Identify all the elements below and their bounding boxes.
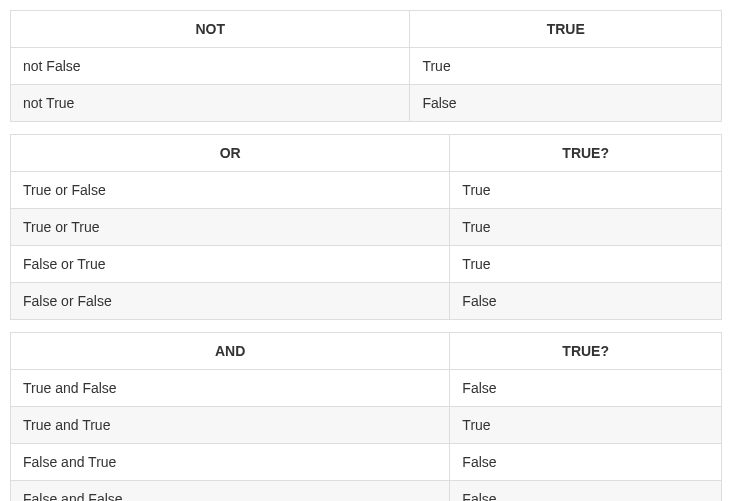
cell-result: True	[450, 172, 722, 209]
and-header-result: TRUE?	[450, 333, 722, 370]
cell-expr: False and True	[11, 444, 450, 481]
table-row: not True False	[11, 85, 722, 122]
table-row: True or True True	[11, 209, 722, 246]
table-row: False and False False	[11, 481, 722, 502]
or-header-expr: OR	[11, 135, 450, 172]
table-row: False and True False	[11, 444, 722, 481]
cell-result: False	[450, 444, 722, 481]
cell-result: False	[410, 85, 722, 122]
table-row: True or False True	[11, 172, 722, 209]
cell-result: True	[410, 48, 722, 85]
or-header-result: TRUE?	[450, 135, 722, 172]
cell-expr: not True	[11, 85, 410, 122]
not-header-expr: NOT	[11, 11, 410, 48]
and-header-expr: AND	[11, 333, 450, 370]
table-row: not False True	[11, 48, 722, 85]
not-table: NOT TRUE not False True not True False	[10, 10, 722, 122]
cell-expr: True and False	[11, 370, 450, 407]
cell-expr: not False	[11, 48, 410, 85]
cell-result: True	[450, 209, 722, 246]
cell-expr: True or True	[11, 209, 450, 246]
cell-expr: True or False	[11, 172, 450, 209]
cell-result: True	[450, 407, 722, 444]
not-header-result: TRUE	[410, 11, 722, 48]
table-row: False or False False	[11, 283, 722, 320]
cell-expr: False or False	[11, 283, 450, 320]
and-table: AND TRUE? True and False False True and …	[10, 332, 722, 501]
table-row: True and True True	[11, 407, 722, 444]
table-row: True and False False	[11, 370, 722, 407]
cell-result: False	[450, 481, 722, 502]
cell-expr: False or True	[11, 246, 450, 283]
cell-result: True	[450, 246, 722, 283]
cell-result: False	[450, 283, 722, 320]
cell-expr: False and False	[11, 481, 450, 502]
table-row: False or True True	[11, 246, 722, 283]
or-table: OR TRUE? True or False True True or True…	[10, 134, 722, 320]
cell-expr: True and True	[11, 407, 450, 444]
cell-result: False	[450, 370, 722, 407]
